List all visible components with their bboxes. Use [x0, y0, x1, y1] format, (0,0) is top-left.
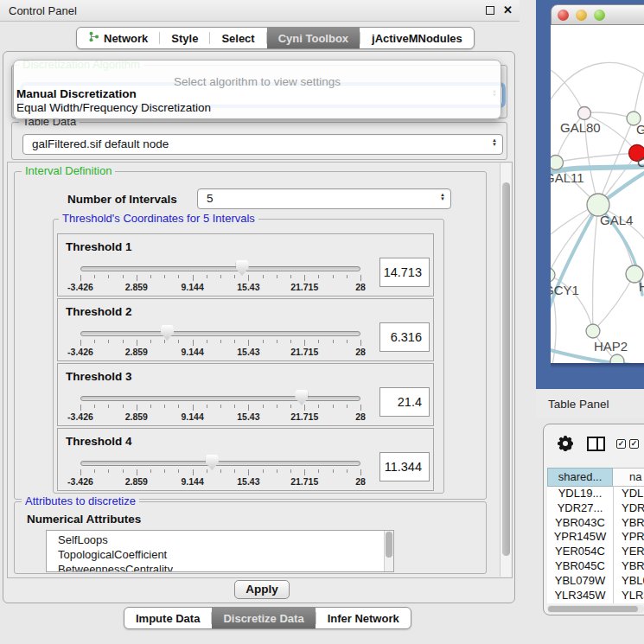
threshold-value-field[interactable]: 6.316	[379, 322, 430, 352]
combo-arrows-icon: ▲▼	[492, 138, 497, 147]
number-of-intervals-combobox[interactable]: 5 ▲▼	[197, 188, 451, 209]
tab-network[interactable]: Network	[77, 28, 159, 48]
threshold-value-field[interactable]: 11.344	[379, 452, 430, 481]
threshold-value-field[interactable]: 14.713	[379, 258, 430, 287]
slider-track[interactable]	[80, 461, 360, 466]
table-horizontal-scrollbar[interactable]	[547, 605, 644, 613]
scrollbar-thumb[interactable]	[386, 532, 392, 558]
tab-label: Impute Data	[136, 612, 200, 625]
node-label: C	[637, 155, 644, 169]
tick-label: 15.43	[226, 347, 271, 357]
network-node[interactable]	[586, 324, 600, 338]
slider-thumb[interactable]	[161, 325, 174, 341]
attribute-item[interactable]: TopologicalCoefficient	[47, 547, 393, 562]
tick-mark	[207, 469, 207, 473]
tick-mark	[333, 340, 334, 343]
table-row[interactable]: YDR27...YDR2	[547, 501, 644, 516]
tick-mark	[347, 275, 348, 278]
tick-mark	[123, 340, 124, 343]
slider-track[interactable]	[80, 396, 360, 401]
algorithm-option[interactable]: Equal Width/Frequency Discretization	[16, 101, 211, 114]
scrollbar-thumb[interactable]	[548, 606, 638, 612]
threshold-value-field[interactable]: 21.4	[379, 387, 430, 417]
split-table-icon[interactable]	[587, 437, 605, 451]
tick-label: -3.426	[58, 282, 103, 292]
tab-select[interactable]: Select	[210, 28, 265, 48]
tick-mark	[277, 405, 277, 408]
slider-track[interactable]	[80, 331, 360, 336]
network-window-titlebar[interactable]	[551, 4, 644, 25]
network-node[interactable]	[610, 354, 624, 363]
tick-label: 9.144	[170, 476, 215, 487]
network-graph[interactable]: GAL80GACGAL11GAL4GCY1HHAP2	[551, 25, 644, 363]
close-traffic-light-icon[interactable]	[558, 10, 569, 21]
attribute-item[interactable]: SelfLoops	[47, 532, 393, 547]
tick-mark	[80, 275, 81, 281]
tab-discretize-data[interactable]: Discretize Data	[212, 608, 315, 628]
cell-name: YPR1	[613, 530, 644, 545]
tick-mark	[207, 275, 207, 278]
table-row[interactable]: YER054CYER0	[547, 545, 644, 559]
network-view-canvas[interactable]: GAL80GACGAL11GAL4GCY1HHAP2	[551, 25, 644, 363]
table-data-combobox[interactable]: galFiltered.sif default node ▲▼	[22, 134, 503, 155]
slider-thumb[interactable]	[206, 455, 219, 470]
table-row[interactable]: YBL079WYBL0	[547, 574, 644, 589]
algorithm-placeholder: Select algorithm to view settings	[14, 75, 501, 88]
tick-label: 2.859	[114, 476, 159, 487]
tab-label: Style	[171, 32, 198, 45]
tick-mark	[123, 469, 124, 473]
float-window-icon[interactable]	[486, 6, 494, 15]
table-row[interactable]: YBR043CYBR0	[547, 516, 644, 531]
attributes-listbox[interactable]: SelfLoopsTopologicalCoefficientBetweenne…	[46, 530, 394, 572]
attributes-scrollbar[interactable]	[384, 531, 393, 571]
zoom-traffic-light-icon[interactable]	[594, 10, 605, 21]
tab-infer-network[interactable]: Infer Network	[316, 608, 411, 628]
table-row[interactable]: YDL19...YDL1	[547, 487, 644, 501]
slider-thumb[interactable]	[295, 390, 308, 405]
apply-button[interactable]: Apply	[234, 580, 290, 599]
gear-icon[interactable]	[557, 435, 574, 452]
slider-thumb[interactable]	[236, 260, 249, 276]
network-node[interactable]	[551, 156, 564, 170]
tick-mark	[164, 340, 165, 343]
attributes-items: SelfLoopsTopologicalCoefficientBetweenne…	[47, 531, 393, 572]
tick-mark	[263, 275, 264, 278]
table-row[interactable]: YIL052CYIL0	[547, 603, 644, 603]
close-icon[interactable]: ✕	[503, 3, 513, 16]
tick-label: 2.859	[114, 347, 159, 357]
algorithm-option[interactable]: Manual Discretization	[16, 87, 137, 100]
settings-vertical-scrollbar[interactable]	[500, 163, 511, 577]
tick-mark	[304, 405, 305, 411]
table-row[interactable]: YPR145WYPR1	[547, 530, 644, 545]
tab-jactivemnodules[interactable]: jActiveMNodules	[360, 28, 474, 48]
checkbox-icon[interactable]: ✓	[616, 439, 626, 449]
column-divider	[613, 487, 614, 603]
network-edge-thick	[551, 205, 598, 326]
slider-track[interactable]	[80, 266, 360, 271]
tick-mark	[164, 275, 165, 278]
column-header-name[interactable]: na	[613, 468, 644, 487]
tab-cyni-toolbox[interactable]: Cyni Toolbox	[267, 28, 360, 48]
scrollbar-thumb[interactable]	[502, 182, 510, 556]
column-header-shared-name[interactable]: shared...	[547, 468, 613, 487]
threshold-label: Threshold 3	[66, 370, 132, 383]
tick-mark	[150, 275, 151, 278]
tick-mark	[263, 405, 264, 408]
network-node[interactable]	[578, 107, 591, 120]
table-row[interactable]: YBR045CYBR0	[547, 559, 644, 574]
tick-mark	[178, 275, 179, 278]
attribute-item[interactable]: BetweennessCentrality	[47, 562, 393, 572]
control-panel-title: Control Panel	[9, 0, 77, 22]
table-panel: ✓ ✓ shared... na YDL19...YDL1YDR27...YDR…	[543, 424, 644, 615]
network-node[interactable]	[551, 268, 555, 282]
checkbox-icon[interactable]: ✓	[629, 439, 639, 449]
tab-style[interactable]: Style	[160, 28, 209, 48]
tick-mark	[108, 469, 109, 473]
tick-mark	[94, 469, 95, 473]
minimize-traffic-light-icon[interactable]	[576, 10, 587, 21]
network-edge	[593, 205, 598, 331]
cyni-toolbox-panel: Discretization Algorithm ▲▼ Table Data g…	[3, 51, 515, 603]
tick-mark	[318, 275, 319, 278]
tab-impute-data[interactable]: Impute Data	[124, 608, 211, 628]
table-row[interactable]: YLR345WYLR3	[547, 589, 644, 603]
